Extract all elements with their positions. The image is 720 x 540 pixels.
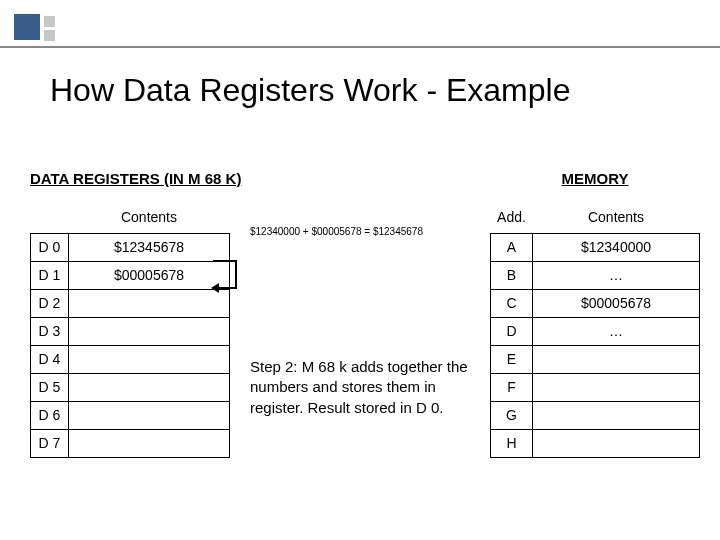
reg-name: D 6 (31, 401, 69, 429)
reg-value (69, 429, 230, 457)
mem-addr: C (491, 289, 533, 317)
mem-value: $12340000 (533, 233, 700, 261)
reg-value (69, 317, 230, 345)
mem-addr: F (491, 373, 533, 401)
data-registers-panel: DATA REGISTERS (IN M 68 K) Contents D 0$… (30, 170, 230, 458)
table-row: D 5 (31, 373, 230, 401)
reg-value (69, 401, 230, 429)
memory-add-header: Add. (491, 205, 533, 233)
table-row: A$12340000 (491, 233, 700, 261)
table-row: G (491, 401, 700, 429)
table-row: F (491, 373, 700, 401)
table-row: H (491, 429, 700, 457)
mem-value: … (533, 317, 700, 345)
mem-addr: A (491, 233, 533, 261)
reg-name: D 4 (31, 345, 69, 373)
page-title: How Data Registers Work - Example (50, 72, 570, 109)
equation-text: $12340000 + $00005678 = $12345678 (250, 226, 470, 237)
memory-panel: MEMORY Add. Contents A$12340000 B… C$000… (490, 170, 700, 458)
table-row: D… (491, 317, 700, 345)
mem-addr: D (491, 317, 533, 345)
reg-name: D 5 (31, 373, 69, 401)
header-rule (0, 46, 720, 48)
reg-value: $12345678 (69, 233, 230, 261)
mem-value (533, 345, 700, 373)
table-row: B… (491, 261, 700, 289)
table-row: D 3 (31, 317, 230, 345)
data-registers-heading: DATA REGISTERS (IN M 68 K) (30, 170, 230, 187)
table-row: E (491, 345, 700, 373)
memory-heading: MEMORY (490, 170, 700, 187)
mem-value: … (533, 261, 700, 289)
registers-contents-header: Contents (69, 205, 230, 233)
reg-name: D 1 (31, 261, 69, 289)
memory-table: Add. Contents A$12340000 B… C$00005678 D… (490, 205, 700, 458)
memory-contents-header: Contents (533, 205, 700, 233)
mem-value (533, 373, 700, 401)
reg-name: D 0 (31, 233, 69, 261)
explanation-panel: $12340000 + $00005678 = $12345678 Step 2… (250, 170, 470, 418)
table-row: D 4 (31, 345, 230, 373)
data-registers-table: Contents D 0$12345678 D 1$00005678 D 2 D… (30, 205, 230, 458)
reg-name: D 3 (31, 317, 69, 345)
mem-value (533, 401, 700, 429)
reg-value: $00005678 (69, 261, 230, 289)
reg-value (69, 345, 230, 373)
mem-addr: G (491, 401, 533, 429)
table-row: C$00005678 (491, 289, 700, 317)
mem-addr: B (491, 261, 533, 289)
reg-name: D 2 (31, 289, 69, 317)
table-row: D 6 (31, 401, 230, 429)
table-row: D 2 (31, 289, 230, 317)
table-row: D 7 (31, 429, 230, 457)
reg-value (69, 289, 230, 317)
mem-value (533, 429, 700, 457)
table-row: D 0$12345678 (31, 233, 230, 261)
mem-value: $00005678 (533, 289, 700, 317)
mem-addr: E (491, 345, 533, 373)
table-row: D 1$00005678 (31, 261, 230, 289)
reg-value (69, 373, 230, 401)
mem-addr: H (491, 429, 533, 457)
reg-name: D 7 (31, 429, 69, 457)
step-text: Step 2: M 68 k adds together the numbers… (250, 357, 470, 418)
